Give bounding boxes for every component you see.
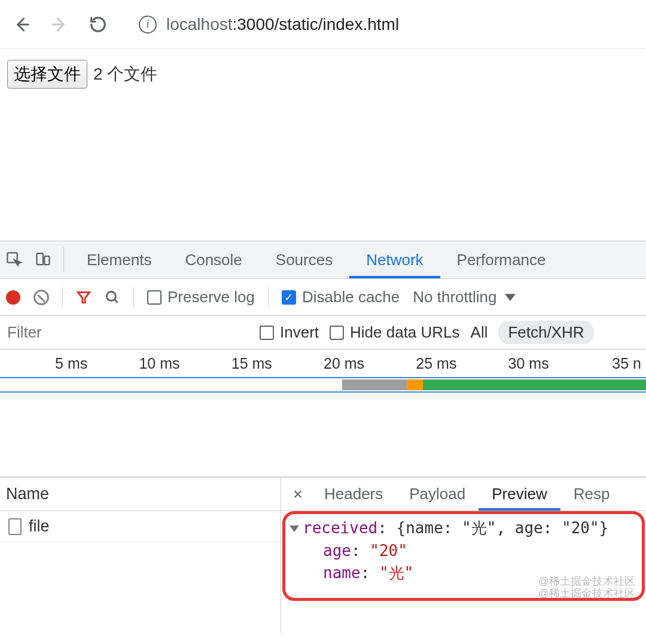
hide-data-urls-label: Hide data URLs — [350, 323, 460, 342]
site-info-icon[interactable]: i — [139, 16, 157, 34]
tick: 5 ms — [0, 350, 92, 377]
reload-button[interactable] — [86, 13, 110, 37]
tick: 30 ms — [461, 350, 553, 377]
svg-rect-3 — [37, 254, 44, 265]
request-list: Name file — [0, 478, 281, 633]
watermark: @稀土掘金技术社区 @稀土掘金技术社区 — [538, 576, 635, 600]
entry-key: age — [323, 542, 351, 560]
tab-network[interactable]: Network — [349, 241, 440, 278]
network-timeline[interactable]: 5 ms 10 ms 15 ms 20 ms 25 ms 30 ms 35 n — [0, 350, 646, 477]
preserve-log-label: Preserve log — [167, 288, 255, 306]
address-bar[interactable]: i localhost:3000/static/index.html — [139, 15, 399, 34]
tab-console[interactable]: Console — [168, 241, 258, 278]
entry-value: "光" — [379, 564, 413, 582]
filter-type-fetch-xhr[interactable]: Fetch/XHR — [498, 321, 593, 344]
close-detail-button[interactable]: × — [285, 478, 311, 511]
divider — [63, 247, 64, 272]
timeline-ticks: 5 ms 10 ms 15 ms 20 ms 25 ms 30 ms 35 n — [0, 350, 646, 377]
device-toolbar-icon[interactable] — [29, 241, 57, 278]
tick: 35 n — [554, 350, 646, 377]
page-content: 选择文件 2 个文件 — [0, 49, 646, 241]
devtools-tabstrip: Elements Console Sources Network Perform… — [0, 241, 646, 279]
tick: 15 ms — [185, 350, 277, 377]
timeline-segment-wait — [342, 379, 407, 390]
request-row[interactable]: file — [0, 511, 281, 542]
caret-down-icon[interactable] — [290, 525, 299, 532]
url-host: localhost — [166, 15, 233, 34]
request-list-header-name[interactable]: Name — [0, 478, 281, 511]
preserve-log-group[interactable]: Preserve log — [147, 288, 255, 306]
file-icon — [8, 518, 22, 535]
disable-cache-label: Disable cache — [302, 288, 400, 306]
disable-cache-group[interactable]: ✓ Disable cache — [282, 288, 400, 306]
tick: 25 ms — [369, 350, 461, 377]
throttling-select[interactable]: No throttling — [413, 288, 516, 306]
preview-root[interactable]: received: {name: "光", age: "20"} — [290, 517, 638, 540]
filter-input[interactable] — [4, 321, 249, 345]
svg-rect-4 — [44, 256, 49, 265]
entry-key: name — [323, 564, 361, 582]
file-input-group: 选择文件 2 个文件 — [7, 60, 157, 89]
hide-data-urls-checkbox[interactable] — [330, 326, 344, 340]
tab-elements[interactable]: Elements — [70, 241, 168, 278]
preview-entry[interactable]: age: "20" — [290, 540, 638, 563]
hide-data-urls-group[interactable]: Hide data URLs — [330, 323, 460, 342]
svg-marker-5 — [78, 292, 90, 302]
search-icon[interactable] — [105, 290, 120, 305]
invert-label: Invert — [280, 323, 319, 342]
divider — [268, 287, 269, 308]
timeline-segment-download — [423, 379, 646, 390]
preview-summary: {name: "光", age: "20"} — [397, 519, 609, 537]
inspect-element-icon[interactable] — [0, 241, 29, 278]
network-filter-row: Invert Hide data URLs All Fetch/XHR — [0, 316, 646, 350]
disable-cache-checkbox[interactable]: ✓ — [282, 290, 296, 305]
tick: 20 ms — [277, 350, 369, 377]
filter-type-all[interactable]: All — [471, 323, 488, 342]
detail-tab-preview[interactable]: Preview — [479, 478, 560, 511]
forward-button[interactable] — [48, 13, 72, 37]
svg-line-7 — [114, 299, 117, 302]
clear-button[interactable] — [33, 290, 49, 305]
divider — [62, 287, 63, 308]
preserve-log-checkbox[interactable] — [147, 290, 162, 305]
throttling-label: No throttling — [413, 288, 496, 306]
tab-sources[interactable]: Sources — [259, 241, 349, 278]
back-button[interactable] — [10, 13, 33, 37]
detail-tabstrip: × Headers Payload Preview Resp — [281, 478, 646, 511]
network-split: Name file × Headers Payload Preview Resp… — [0, 477, 646, 633]
file-count-text: 2 个文件 — [93, 63, 157, 86]
filter-icon[interactable] — [76, 290, 92, 305]
invert-checkbox[interactable] — [260, 326, 274, 340]
chevron-down-icon — [505, 294, 516, 301]
detail-tab-headers[interactable]: Headers — [311, 478, 396, 511]
invert-group[interactable]: Invert — [260, 323, 319, 342]
preview-root-key: received — [303, 519, 377, 537]
divider — [133, 287, 134, 308]
svg-point-6 — [106, 291, 115, 300]
tick: 10 ms — [92, 350, 184, 377]
network-toolbar: Preserve log ✓ Disable cache No throttli… — [0, 279, 646, 316]
detail-tab-response[interactable]: Resp — [560, 478, 623, 511]
tab-performance[interactable]: Performance — [440, 241, 563, 278]
browser-nav-bar: i localhost:3000/static/index.html — [0, 0, 646, 49]
record-button[interactable] — [6, 290, 20, 305]
timeline-track — [0, 377, 646, 393]
url-path: :3000/static/index.html — [233, 15, 400, 34]
detail-tab-payload[interactable]: Payload — [396, 478, 479, 511]
choose-file-button[interactable]: 选择文件 — [7, 60, 87, 89]
request-detail: × Headers Payload Preview Resp received:… — [281, 478, 646, 633]
entry-value: "20" — [370, 542, 407, 560]
request-name: file — [29, 517, 50, 536]
timeline-segment-blocked — [407, 379, 423, 390]
